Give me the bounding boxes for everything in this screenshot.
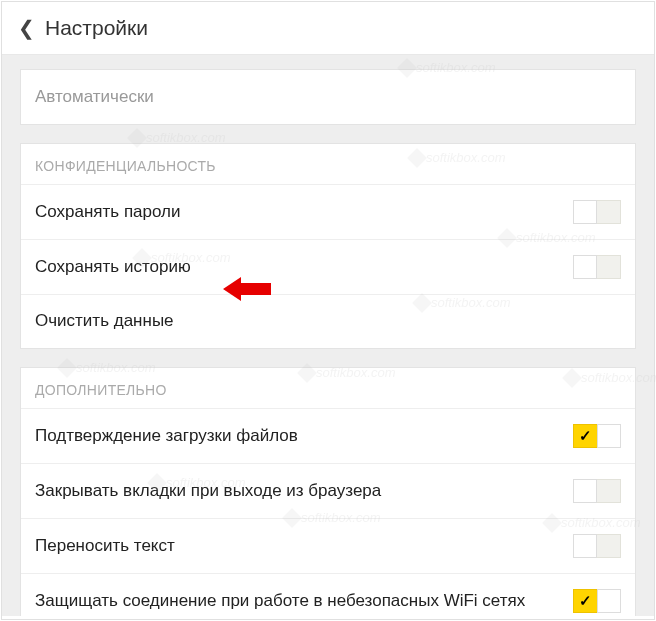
back-icon[interactable]: ❮ <box>18 18 35 38</box>
checkmark-icon: ✓ <box>579 427 592 445</box>
header-bar: ❮ Настройки <box>2 2 654 55</box>
row-label-save-history: Сохранять историю <box>35 256 573 278</box>
row-confirm-downloads[interactable]: Подтверждение загрузки файлов ✓ <box>21 408 635 463</box>
row-clear-data[interactable]: Очистить данные <box>21 294 635 348</box>
section-additional: ДОПОЛНИТЕЛЬНО Подтверждение загрузки фай… <box>20 367 636 616</box>
toggle-wrap-text[interactable] <box>573 534 621 558</box>
content-area: Автоматически КОНФИДЕНЦИАЛЬНОСТЬ Сохраня… <box>2 55 654 616</box>
row-label-protect-wifi: Защищать соединение при работе в небезоп… <box>35 590 573 612</box>
section-top: Автоматически <box>20 69 636 125</box>
row-protect-wifi[interactable]: Защищать соединение при работе в небезоп… <box>21 573 635 616</box>
row-label-close-tabs-exit: Закрывать вкладки при выходе из браузера <box>35 480 573 502</box>
toggle-save-history[interactable] <box>573 255 621 279</box>
row-automatic[interactable]: Автоматически <box>21 70 635 124</box>
toggle-knob-icon <box>573 255 597 279</box>
toggle-knob-icon <box>573 479 597 503</box>
toggle-close-tabs-exit[interactable] <box>573 479 621 503</box>
section-header-privacy: КОНФИДЕНЦИАЛЬНОСТЬ <box>21 144 635 184</box>
toggle-knob-icon <box>573 534 597 558</box>
row-label-confirm-downloads: Подтверждение загрузки файлов <box>35 425 573 447</box>
row-save-passwords[interactable]: Сохранять пароли <box>21 184 635 239</box>
page-title: Настройки <box>45 16 148 40</box>
row-close-tabs-exit[interactable]: Закрывать вкладки при выходе из браузера <box>21 463 635 518</box>
row-label-wrap-text: Переносить текст <box>35 535 573 557</box>
row-save-history[interactable]: Сохранять историю <box>21 239 635 294</box>
toggle-knob-icon <box>597 424 621 448</box>
section-privacy: КОНФИДЕНЦИАЛЬНОСТЬ Сохранять пароли Сохр… <box>20 143 636 349</box>
section-header-additional: ДОПОЛНИТЕЛЬНО <box>21 368 635 408</box>
row-label-clear-data: Очистить данные <box>35 310 621 332</box>
row-label-automatic: Автоматически <box>35 86 621 108</box>
settings-screen: ❮ Настройки Автоматически КОНФИДЕНЦИАЛЬН… <box>1 1 655 620</box>
row-wrap-text[interactable]: Переносить текст <box>21 518 635 573</box>
row-label-save-passwords: Сохранять пароли <box>35 201 573 223</box>
toggle-confirm-downloads[interactable]: ✓ <box>573 424 621 448</box>
toggle-knob-icon <box>573 200 597 224</box>
toggle-protect-wifi[interactable]: ✓ <box>573 589 621 613</box>
toggle-save-passwords[interactable] <box>573 200 621 224</box>
toggle-knob-icon <box>597 589 621 613</box>
checkmark-icon: ✓ <box>579 592 592 610</box>
